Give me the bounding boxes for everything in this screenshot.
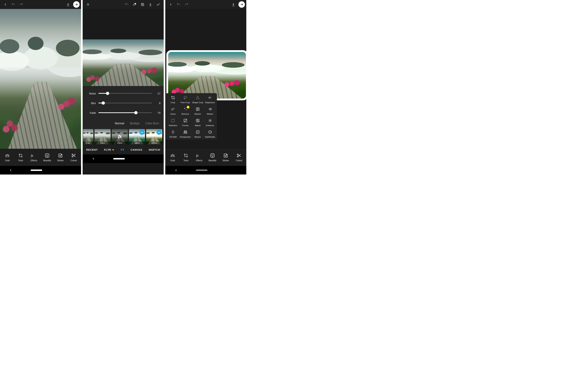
blend-colorburn[interactable]: Color Burn bbox=[145, 122, 159, 125]
blend-multiply[interactable]: Multiply bbox=[130, 122, 140, 125]
tool-shapecrop[interactable]: Shape Crop bbox=[191, 95, 204, 103]
slider-noise[interactable]: Noise 17 bbox=[86, 88, 160, 98]
blend-normal[interactable]: Normal bbox=[115, 122, 124, 125]
nav-home-pill[interactable] bbox=[113, 158, 125, 160]
undo-icon[interactable] bbox=[123, 0, 131, 8]
slider-track[interactable] bbox=[98, 103, 152, 103]
layers-icon[interactable] bbox=[139, 0, 147, 8]
tool-motion[interactable]: Motion bbox=[204, 107, 216, 115]
top-bar bbox=[83, 0, 164, 9]
crown-icon bbox=[112, 148, 114, 151]
tab-fx[interactable]: FX bbox=[121, 148, 124, 151]
tool-tiltshift[interactable]: Tilt Shift bbox=[167, 130, 179, 138]
tool-clone[interactable]: Clone bbox=[167, 107, 179, 115]
nav-back-icon[interactable] bbox=[92, 157, 95, 160]
tool-dispersion[interactable]: Dispersion bbox=[204, 95, 216, 103]
nav-home-pill[interactable] bbox=[31, 169, 42, 171]
tool-label: Sticker bbox=[57, 159, 64, 162]
tool-effects[interactable]: fx Effects bbox=[28, 153, 40, 162]
tool-crop[interactable]: Crop bbox=[167, 95, 179, 103]
tab-sketch[interactable]: SKETCH bbox=[149, 148, 160, 151]
tab-canvas[interactable]: CANVAS bbox=[130, 148, 142, 151]
download-icon[interactable] bbox=[147, 0, 154, 8]
tool-sticker[interactable]: Sticker bbox=[54, 153, 67, 162]
sticker-icon bbox=[58, 153, 63, 158]
slider-fade[interactable]: Fade 70 bbox=[86, 108, 160, 118]
dispersion-icon bbox=[208, 95, 212, 100]
grid-label: Motion bbox=[207, 113, 213, 115]
tool-gold[interactable]: Gold bbox=[1, 153, 14, 162]
tool-curves[interactable]: Curves bbox=[179, 118, 191, 126]
filter-thumb-film[interactable]: Film bbox=[83, 129, 93, 144]
back-icon[interactable] bbox=[1, 0, 9, 8]
filter-thumb-grng[interactable]: Try GRNG bbox=[146, 129, 162, 144]
canvas[interactable] bbox=[83, 9, 164, 86]
tool-tools[interactable]: Tools bbox=[14, 153, 27, 162]
screen-effects-editor: Noise 17 Blur 9 Fade 70 Normal Multiply … bbox=[83, 0, 164, 175]
tool-perspective[interactable]: Perspective bbox=[179, 130, 191, 138]
download-icon[interactable] bbox=[64, 0, 72, 8]
tool-label: Cutout bbox=[236, 159, 242, 162]
svg-point-3 bbox=[47, 155, 48, 155]
slider-track[interactable] bbox=[98, 93, 152, 94]
slider-track[interactable] bbox=[98, 112, 152, 113]
tab-fltr[interactable]: FLTR bbox=[104, 148, 114, 151]
fx-icon: fx bbox=[31, 153, 37, 158]
tool-enhance[interactable]: Enhance bbox=[204, 118, 216, 126]
slider-label: Noise bbox=[86, 92, 96, 95]
sun-icon bbox=[208, 118, 212, 123]
sticker-icon bbox=[223, 153, 228, 158]
tool-effects[interactable]: fx Effects bbox=[193, 153, 206, 162]
eraser-icon[interactable] bbox=[131, 0, 139, 8]
tool-cutout[interactable]: Cutout bbox=[67, 153, 80, 162]
slider-value: 17 bbox=[154, 92, 160, 95]
svg-point-10 bbox=[119, 135, 120, 136]
svg-rect-27 bbox=[211, 154, 214, 158]
svg-point-28 bbox=[211, 155, 212, 155]
thumb-label: Film2 bbox=[94, 142, 111, 144]
tool-resize[interactable]: Resize bbox=[191, 130, 204, 138]
canvas[interactable]: Crop Free Crop Shape Crop Dispersion Clo… bbox=[165, 9, 246, 149]
crop-icon bbox=[184, 153, 188, 158]
apply-check-icon[interactable] bbox=[154, 0, 162, 8]
undo-icon[interactable] bbox=[175, 0, 183, 8]
back-icon[interactable] bbox=[167, 0, 175, 8]
blend-mode-row[interactable]: Normal Multiply Color Burn D bbox=[83, 118, 164, 129]
grid-label: Crop bbox=[171, 102, 175, 103]
image-preview[interactable] bbox=[166, 50, 246, 100]
tab-recent[interactable]: RECENT bbox=[86, 148, 98, 151]
tool-adjust[interactable]: Adjust bbox=[191, 118, 204, 126]
filter-thumbs-row[interactable]: Film Film2 Film3 Try Glitch Try GRNG bbox=[83, 129, 164, 145]
nav-back-icon[interactable] bbox=[174, 169, 178, 172]
bottom-toolstrip: Gold Tools fx Effects Beautify Sticker C… bbox=[0, 149, 81, 166]
canvas[interactable] bbox=[0, 9, 81, 149]
tool-remove[interactable]: Remove bbox=[179, 107, 191, 115]
redo-icon[interactable] bbox=[17, 0, 25, 8]
undo-icon[interactable] bbox=[9, 0, 17, 8]
tool-tools[interactable]: Tools bbox=[180, 153, 192, 162]
tool-fliprotate[interactable]: Flip/Rotate bbox=[204, 130, 216, 138]
filter-thumb-glitch[interactable]: Try Glitch bbox=[129, 129, 145, 144]
redo-icon[interactable] bbox=[183, 0, 190, 8]
fx-icon: fx bbox=[196, 153, 202, 158]
filter-thumb-film2[interactable]: Film2 bbox=[94, 129, 111, 144]
download-icon[interactable] bbox=[230, 0, 237, 8]
tool-sticker[interactable]: Sticker bbox=[219, 153, 232, 162]
next-button[interactable] bbox=[238, 1, 245, 8]
grid-label: Enhance bbox=[206, 124, 214, 126]
nav-back-icon[interactable] bbox=[9, 169, 12, 172]
next-button[interactable] bbox=[73, 1, 80, 8]
nav-home-pill[interactable] bbox=[196, 169, 208, 171]
close-icon[interactable] bbox=[84, 0, 92, 8]
filter-thumb-film3[interactable]: Film3 bbox=[112, 129, 128, 144]
tool-beautify[interactable]: Beautify bbox=[41, 153, 53, 162]
tool-selection[interactable]: Selection bbox=[167, 118, 179, 126]
tool-cutout[interactable]: Cutout bbox=[233, 153, 245, 162]
slider-blur[interactable]: Blur 9 bbox=[86, 98, 160, 108]
sliders-icon bbox=[196, 118, 200, 123]
tool-beautify[interactable]: Beautify bbox=[206, 153, 219, 162]
tool-stretch[interactable]: Stretch bbox=[191, 107, 204, 115]
grid-label: Perspective bbox=[180, 136, 190, 138]
tool-freecrop[interactable]: Free Crop bbox=[179, 95, 191, 103]
tool-gold[interactable]: Gold bbox=[166, 153, 179, 162]
